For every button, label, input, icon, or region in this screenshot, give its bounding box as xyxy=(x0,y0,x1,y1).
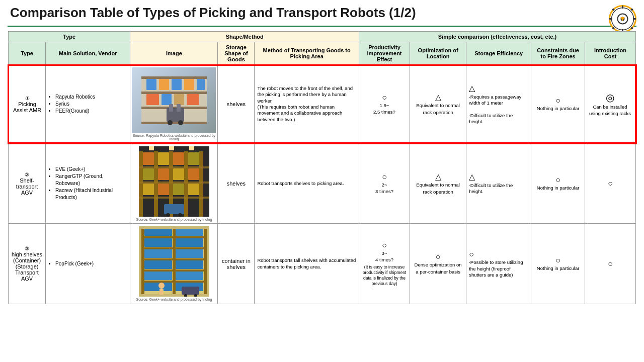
row2-storage-eff: △ ·Difficult to utilize the height. xyxy=(466,143,531,224)
row1-image-cell: Source: Rapyuta Robotics website and pro… xyxy=(130,65,218,143)
row3-name: high shelves(Container)(Storage)Transpor… xyxy=(11,251,43,282)
svg-rect-71 xyxy=(144,229,172,236)
svg-rect-45 xyxy=(139,197,209,199)
company-logo: ▼ xyxy=(609,5,636,33)
col-header-optimization: Optimization of Location xyxy=(410,42,466,65)
svg-rect-75 xyxy=(144,272,172,280)
svg-rect-77 xyxy=(176,229,203,236)
svg-rect-70 xyxy=(141,281,207,283)
row1-constraints: ○ Nothing in particular xyxy=(531,65,585,143)
svg-rect-50 xyxy=(143,168,154,180)
svg-rect-41 xyxy=(184,151,188,217)
svg-rect-34 xyxy=(169,146,174,150)
row2-method: Robot transports shelves to picking area… xyxy=(255,143,359,224)
svg-rect-84 xyxy=(159,289,164,295)
row2-image-source: Source: Geek+ website and processed by I… xyxy=(132,218,216,221)
row3-optimization: ○ Dense optimization on a per-container … xyxy=(410,224,466,304)
svg-rect-24 xyxy=(162,94,172,105)
svg-rect-56 xyxy=(173,184,184,195)
page: ▼ Comparison Table of Types of Picking a… xyxy=(0,0,644,362)
row3-storage-eff: ○ ·Possible to store utilizing the heigh… xyxy=(466,224,531,304)
row3-productivity: ○ 3~ 4 times? (It is easy to increase pr… xyxy=(359,224,410,304)
svg-rect-63 xyxy=(141,229,144,294)
col-header-type: Type xyxy=(9,42,46,65)
row2-productivity: ○ 2~ 3 times? xyxy=(359,143,410,224)
row1-number: ① xyxy=(12,96,43,101)
svg-rect-47 xyxy=(158,152,169,165)
svg-rect-19 xyxy=(159,79,169,90)
svg-rect-54 xyxy=(143,184,154,195)
svg-rect-53 xyxy=(188,168,199,180)
svg-rect-69 xyxy=(141,269,207,272)
col-header-method: Method of Transporting Goods to Picking … xyxy=(255,42,359,65)
svg-rect-66 xyxy=(141,236,207,238)
svg-rect-28 xyxy=(169,104,173,112)
svg-rect-33 xyxy=(149,146,154,150)
svg-rect-44 xyxy=(139,182,209,184)
row1-storage-eff: △ ·Requires a passageway width of 1 mete… xyxy=(466,65,531,143)
col-header-constraints: Constraints due to Fire Zones xyxy=(531,42,585,65)
row3-vendors: PopPick (Geek+) xyxy=(46,224,130,304)
svg-point-83 xyxy=(158,283,165,289)
svg-rect-23 xyxy=(146,94,159,105)
col-header-cost: Introduction Cost xyxy=(585,42,635,65)
svg-rect-49 xyxy=(188,152,199,165)
svg-rect-21 xyxy=(184,79,194,90)
page-title: Comparison Table of Types of Picking and… xyxy=(8,5,636,21)
col-header-storage: Storage Shape of Goods xyxy=(218,42,255,65)
comparison-table-wrapper: Type Shape/Method Simple comparison (eff… xyxy=(8,31,636,304)
svg-rect-76 xyxy=(144,283,172,291)
svg-rect-80 xyxy=(176,260,203,269)
svg-rect-22 xyxy=(197,79,205,90)
row1-optimization: △ Equivalent to normal rack operation xyxy=(410,65,466,143)
row3-type: ③ high shelves(Container)(Storage)Transp… xyxy=(9,224,46,304)
svg-point-30 xyxy=(168,120,173,125)
row3-constraints: ○ Nothing in particular xyxy=(531,224,585,304)
svg-rect-5 xyxy=(622,6,623,9)
svg-rect-73 xyxy=(144,249,172,258)
svg-rect-8 xyxy=(633,18,636,20)
svg-rect-15 xyxy=(141,92,207,94)
svg-rect-79 xyxy=(176,249,203,258)
row2-vendors: EVE (Geek+) RangerGTP (Ground, Roboware)… xyxy=(46,143,130,224)
row3-method: Robot transports tall shelves with accum… xyxy=(255,224,359,304)
row2-image-cell: Source: Geek+ website and processed by I… xyxy=(130,143,218,224)
svg-point-31 xyxy=(178,120,183,125)
row1-storage: shelves xyxy=(218,65,255,143)
svg-text:▼: ▼ xyxy=(619,15,626,23)
svg-rect-39 xyxy=(154,151,158,217)
svg-rect-81 xyxy=(176,272,203,280)
svg-rect-85 xyxy=(182,287,199,295)
col-header-storage-eff: Storage Efficiency xyxy=(466,42,531,65)
row2-type: ② Shelf-transport AGV xyxy=(9,143,46,224)
svg-rect-7 xyxy=(609,18,612,20)
svg-rect-52 xyxy=(173,168,184,180)
svg-rect-58 xyxy=(164,204,184,214)
row3-image-source: Source: Geek+ website and processed by I… xyxy=(132,298,216,301)
col-header-image: Image xyxy=(130,42,218,65)
svg-rect-72 xyxy=(144,238,172,247)
svg-rect-38 xyxy=(139,151,143,217)
row2-cost: ○ xyxy=(585,143,635,224)
header-shape-group: Shape/Method xyxy=(130,32,359,42)
title-divider xyxy=(8,26,636,27)
row1-vendors: Rapyuta Robotics Syrius PEER(Ground) xyxy=(46,65,130,143)
header-comparison-group: Simple comparison (effectiveness, cost, … xyxy=(359,32,636,42)
svg-rect-55 xyxy=(158,184,169,195)
row2-number: ② xyxy=(11,172,43,177)
row1-image-source: Source: Rapyuta Robotics website and pro… xyxy=(132,134,216,141)
svg-rect-29 xyxy=(177,104,181,112)
row1-name: Picking Assist AMR xyxy=(12,101,43,113)
svg-rect-51 xyxy=(158,168,169,180)
comparison-table: Type Shape/Method Simple comparison (eff… xyxy=(8,31,636,304)
row3-image-cell: Source: Geek+ website and processed by I… xyxy=(130,224,218,304)
svg-rect-25 xyxy=(174,94,184,105)
svg-rect-35 xyxy=(189,146,194,150)
svg-rect-17 xyxy=(141,122,207,124)
row1-method: The robot moves to the front of the shel… xyxy=(255,65,359,143)
svg-rect-67 xyxy=(141,247,207,249)
svg-rect-68 xyxy=(141,258,207,260)
row3-cost: ○ xyxy=(585,224,635,304)
row3-number: ③ xyxy=(11,246,43,251)
svg-rect-14 xyxy=(141,76,207,79)
